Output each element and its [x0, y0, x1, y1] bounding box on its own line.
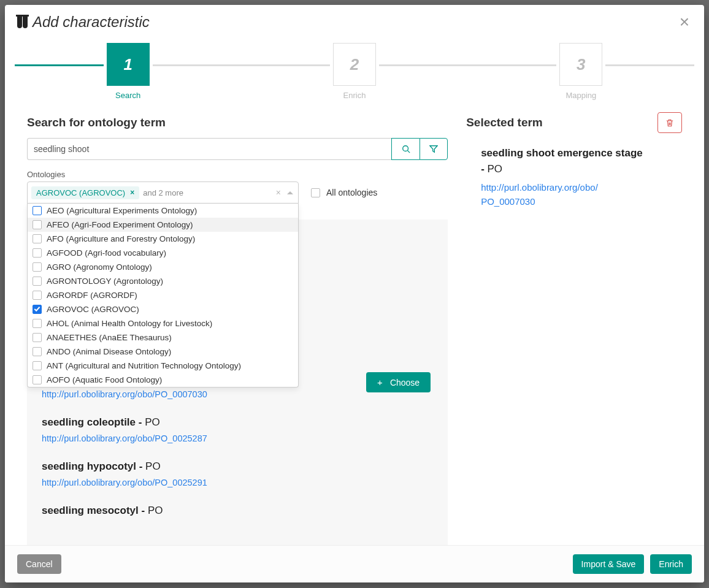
multiselect-clear-icon[interactable]: × [274, 188, 283, 197]
ontology-option-label: AFO (Agriculture and Forestry Ontology) [47, 234, 195, 243]
all-ontologies-checkbox[interactable]: All ontologies [311, 188, 377, 197]
ontology-option-label: AGRONTOLOGY (Agrontology) [47, 277, 163, 286]
search-icon [402, 145, 410, 153]
ontology-tag: AGROVOC (AGROVOC) × [31, 186, 139, 199]
checkbox-icon [33, 234, 42, 243]
tag-remove-icon[interactable]: × [130, 189, 134, 196]
checkbox-icon [33, 248, 42, 258]
step-3-label: Mapping [565, 91, 596, 100]
ontology-option[interactable]: AEO (Agricultural Experiments Ontology) [28, 204, 298, 218]
ontology-option[interactable]: ANAEETHES (AnaEE Thesaurus) [28, 330, 298, 345]
ontology-option-label: ANAEETHES (AnaEE Thesaurus) [47, 333, 172, 342]
step-2-number: 2 [333, 43, 376, 86]
ontology-option[interactable]: AFO (Agriculture and Forestry Ontology) [28, 232, 298, 246]
selected-term-name: seedling shoot emergence stage [481, 147, 643, 159]
search-button[interactable] [391, 138, 420, 160]
ontology-option-label: AFEO (Agri-Food Experiment Ontology) [47, 220, 193, 229]
step-2-label: Enrich [343, 91, 366, 100]
checkbox-icon [33, 262, 42, 272]
step-1-number: 1 [107, 43, 150, 86]
svg-marker-2 [430, 146, 437, 153]
modal-header: Add characteristic × [5, 5, 704, 38]
result-title: seedling mesocotyl - PO [42, 505, 433, 517]
ontology-option-label: AEO (Agricultural Experiments Ontology) [47, 206, 197, 215]
checkbox-icon [33, 347, 42, 356]
ontology-option[interactable]: AGRONTOLOGY (Agrontology) [28, 274, 298, 288]
choose-label: Choose [390, 378, 420, 388]
ontology-more-count: and 2 more [143, 188, 183, 197]
result-title: seedling coleoptile - PO [42, 416, 433, 429]
ontologies-label: Ontologies [27, 170, 448, 179]
import-save-button[interactable]: Import & Save [573, 554, 645, 574]
selected-term-link[interactable]: http://purl.obolibrary.org/obo/ PO_00070… [481, 180, 682, 209]
modal-footer: Cancel Import & Save Enrich [5, 545, 704, 582]
checkbox-icon [33, 333, 42, 342]
flask-icon [17, 16, 28, 28]
step-1[interactable]: 1 Search [104, 43, 153, 100]
ontologies-multiselect[interactable]: AGROVOC (AGROVOC) × and 2 more × [27, 181, 299, 204]
ontology-option-label: ANDO (Animal Disease Ontology) [47, 347, 171, 356]
ontology-option[interactable]: AHOL (Animal Health Ontology for Livesto… [28, 316, 298, 330]
result-item: seedling hypocotyl - POhttp://purl.oboli… [42, 460, 433, 487]
ontology-option[interactable]: AGFOOD (Agri-food vocabulary) [28, 246, 298, 260]
checkbox-icon [311, 188, 320, 197]
svg-point-0 [402, 146, 408, 151]
ontology-option-label: AGFOOD (Agri-food vocabulary) [47, 248, 166, 258]
close-button[interactable]: × [677, 13, 692, 31]
ontology-option[interactable]: AFEO (Agri-Food Experiment Ontology) [28, 218, 298, 232]
step-3[interactable]: 3 Mapping [556, 43, 605, 100]
selected-term-dash: - [481, 163, 487, 175]
selected-term-heading: Selected term [466, 116, 543, 129]
selected-term-panel: seedling shoot emergence stage - PO http… [466, 145, 682, 209]
plus-icon: + [377, 377, 383, 388]
ontology-option-label: ANT (Agricultural and Nutrition Technolo… [47, 361, 241, 370]
svg-line-1 [407, 151, 410, 153]
checkbox-icon [33, 277, 42, 286]
step-3-number: 3 [559, 43, 602, 86]
ontology-option[interactable]: ANT (Agricultural and Nutrition Technolo… [28, 359, 298, 373]
result-link[interactable]: http://purl.obolibrary.org/obo/PO_002528… [42, 433, 433, 443]
modal-title-text: Add characteristic [33, 13, 150, 31]
ontology-option-label: AHOL (Animal Health Ontology for Livesto… [47, 319, 212, 328]
checkbox-icon [33, 305, 42, 314]
filter-icon [429, 145, 438, 153]
ontology-option-label: AGRORDF (AGRORDF) [47, 291, 137, 300]
ontology-option[interactable]: ANDO (Animal Disease Ontology) [28, 345, 298, 359]
result-link[interactable]: http://purl.obolibrary.org/obo/PO_002529… [42, 478, 433, 487]
selected-term-ontology: PO [488, 163, 503, 175]
result-item: seedling mesocotyl - PO [42, 505, 433, 517]
checkbox-icon [33, 206, 42, 215]
delete-selected-button[interactable] [657, 112, 682, 133]
checkbox-icon [33, 361, 42, 370]
checkbox-icon [33, 220, 42, 229]
checkbox-icon [33, 319, 42, 328]
ontology-tag-label: AGROVOC (AGROVOC) [36, 189, 125, 197]
ontology-option-label: AOFO (Aquatic Food Ontology) [47, 375, 162, 384]
enrich-button[interactable]: Enrich [650, 554, 692, 574]
ontologies-dropdown[interactable]: AEO (Agricultural Experiments Ontology)A… [27, 204, 299, 388]
result-title: seedling hypocotyl - PO [42, 460, 433, 473]
choose-button[interactable]: +Choose [366, 372, 431, 392]
cancel-button[interactable]: Cancel [17, 554, 61, 574]
ontology-option[interactable]: AGRO (Agronomy Ontology) [28, 260, 298, 274]
result-item: seedling coleoptile - POhttp://purl.obol… [42, 416, 433, 443]
filter-button[interactable] [420, 138, 448, 160]
checkbox-icon [33, 375, 42, 384]
trash-icon [665, 118, 674, 128]
ontology-option[interactable]: AGRORDF (AGRORDF) [28, 288, 298, 302]
ontology-option[interactable]: AGROVOC (AGROVOC) [28, 302, 298, 316]
stepper: 1 Search 2 Enrich 3 Mapping [5, 38, 704, 107]
search-input[interactable] [27, 138, 391, 160]
search-heading: Search for ontology term [27, 116, 448, 129]
modal-title: Add characteristic [17, 13, 150, 31]
checkbox-icon [33, 291, 42, 300]
all-ontologies-label: All ontologies [326, 188, 377, 197]
caret-up-icon[interactable] [287, 191, 293, 194]
modal-dialog: Add characteristic × 1 Search 2 Enrich 3… [5, 5, 704, 582]
step-2[interactable]: 2 Enrich [330, 43, 379, 100]
step-1-label: Search [115, 91, 140, 100]
ontology-option-label: AGRO (Agronomy Ontology) [47, 262, 152, 272]
ontology-option[interactable]: AOFO (Aquatic Food Ontology) [28, 373, 298, 387]
ontology-option-label: AGROVOC (AGROVOC) [47, 305, 139, 314]
